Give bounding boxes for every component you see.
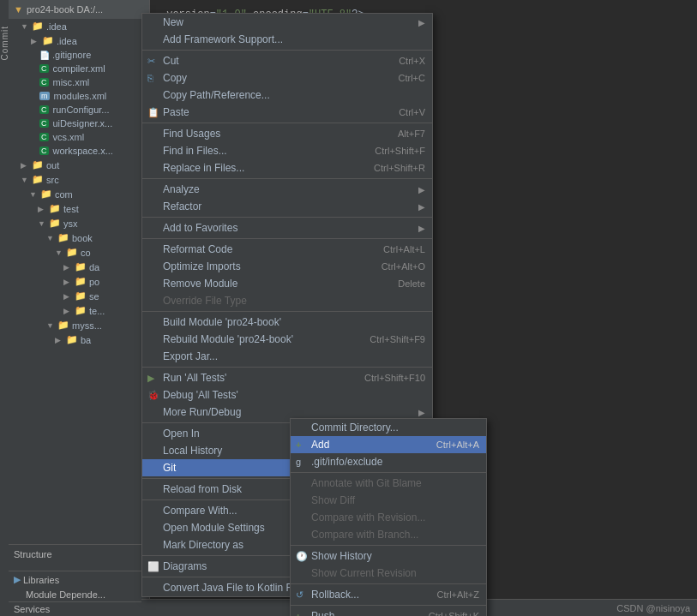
bottom-status-text: CSDN @nisinoya [616, 603, 690, 613]
menu-paste-shortcut: Ctrl+V [399, 107, 425, 117]
git-annotate[interactable]: Annotate with Git Blame [291, 475, 486, 492]
git-compare-revision-label: Compare with Revision... [311, 511, 425, 523]
menu-new[interactable]: New ▶ [142, 14, 432, 31]
git-exclude-label: .git/info/exclude [311, 456, 382, 468]
menu-open-in-label: Open In [163, 428, 200, 440]
module-deps-item[interactable]: Module Depende... [9, 588, 150, 601]
tree-item-runconfig[interactable]: C runConfigur... [9, 103, 149, 117]
menu-cut[interactable]: ✂ Cut Ctrl+X [142, 52, 432, 69]
folder-icon: ▼ [14, 4, 23, 15]
tree-item-out[interactable]: ▶ 📁 out [9, 158, 149, 172]
tree-item-src[interactable]: ▼ 📁 src [9, 172, 149, 187]
separator-3 [142, 178, 432, 179]
tree-item-book[interactable]: ▼ 📁 book [9, 230, 149, 245]
menu-optimize-imports[interactable]: Optimize Imports Ctrl+Alt+O [142, 258, 432, 275]
services-item[interactable]: Services [9, 601, 150, 616]
favorites-arrow: ▶ [418, 224, 425, 233]
tree-item-compiler[interactable]: C compiler.xml [9, 62, 149, 75]
menu-copy[interactable]: ⎘ Copy Ctrl+C [142, 69, 432, 87]
diagrams-icon: ⬜ [147, 561, 159, 572]
paste-icon: 📋 [147, 107, 159, 118]
more-run-arrow: ▶ [418, 408, 425, 417]
structure-panel[interactable]: Structure [9, 544, 150, 563]
git-push[interactable]: ↑ Push... Ctrl+Shift+K [291, 607, 486, 616]
menu-reload-label: Reload from Disk [163, 483, 242, 495]
git-sep-3 [291, 583, 486, 584]
tree-item-ysx[interactable]: ▼ 📁 ysx [9, 216, 149, 230]
tree-item-se[interactable]: ▶ 📁 se [9, 289, 149, 303]
tree-item-vcs[interactable]: C vcs.xml [9, 130, 149, 144]
menu-cut-shortcut: Ctrl+X [399, 56, 425, 66]
menu-override-type[interactable]: Override File Type [142, 292, 432, 309]
tree-item-idea[interactable]: ▼ 📁 .idea [9, 19, 149, 33]
tree-item-uidesigner[interactable]: C uiDesigner.x... [9, 117, 149, 130]
menu-run-tests[interactable]: ▶ Run 'All Tests' Ctrl+Shift+F10 [142, 369, 432, 386]
tree-item-com[interactable]: ▼ 📁 com [9, 187, 149, 201]
menu-paste[interactable]: 📋 Paste Ctrl+V [142, 104, 432, 121]
git-show-current-revision[interactable]: Show Current Revision [291, 565, 486, 582]
menu-replace-files-label: Replace in Files... [163, 162, 244, 174]
menu-refactor[interactable]: Refactor ▶ [142, 198, 432, 215]
tree-item-te[interactable]: ▶ 📁 te... [9, 303, 149, 318]
menu-override-label: Override File Type [163, 295, 247, 307]
menu-copy-label: Copy [163, 72, 187, 84]
tree-item-ba[interactable]: ▶ 📁 ba [9, 332, 149, 347]
cut-icon: ✂ [147, 56, 155, 67]
menu-new-label: New [163, 16, 183, 28]
git-compare-revision[interactable]: Compare with Revision... [291, 509, 486, 526]
menu-debug-tests[interactable]: 🐞 Debug 'All Tests' [142, 386, 432, 404]
menu-diagrams-label: Diagrams [163, 560, 207, 572]
git-annotate-label: Annotate with Git Blame [311, 477, 422, 489]
git-commit-dir-label: Commit Directory... [311, 422, 399, 434]
module-deps-label: Module Depende... [26, 589, 105, 600]
menu-git-label: Git [163, 462, 176, 474]
menu-remove-module[interactable]: Remove Module Delete [142, 275, 432, 292]
menu-copy-path[interactable]: Copy Path/Reference... [142, 87, 432, 104]
libraries-item[interactable]: ▶ Libraries [9, 571, 150, 588]
menu-analyze[interactable]: Analyze ▶ [142, 181, 432, 198]
tree-item-co[interactable]: ▼ 📁 co [9, 245, 149, 260]
menu-convert-label: Convert Java File to Kotlin File [163, 582, 303, 594]
git-compare-branch[interactable]: Compare with Branch... [291, 526, 486, 543]
git-commit-dir[interactable]: Commit Directory... [291, 419, 486, 436]
menu-rebuild-label: Rebuild Module 'pro24-book' [163, 333, 293, 345]
git-show-diff[interactable]: Show Diff [291, 492, 486, 509]
menu-analyze-label: Analyze [163, 183, 200, 195]
separator-4 [142, 217, 432, 218]
tree-item-workspace[interactable]: C workspace.x... [9, 144, 149, 158]
menu-replace-files-shortcut: Ctrl+Shift+R [374, 163, 425, 173]
git-add[interactable]: + Add Ctrl+Alt+A [291, 436, 486, 453]
menu-add-favorites-label: Add to Favorites [163, 222, 237, 234]
menu-paste-label: Paste [163, 106, 189, 118]
tree-item-misc[interactable]: C misc.xml [9, 75, 149, 89]
menu-export-label: Export Jar... [163, 350, 218, 362]
menu-find-usages[interactable]: Find Usages Alt+F7 [142, 125, 432, 142]
git-add-shortcut: Ctrl+Alt+A [436, 440, 479, 450]
menu-rebuild-module[interactable]: Rebuild Module 'pro24-book' Ctrl+Shift+F… [142, 331, 432, 348]
tree-item-gitignore[interactable]: 📄 .gitignore [9, 48, 149, 62]
menu-reformat[interactable]: Reformat Code Ctrl+Alt+L [142, 241, 432, 258]
menu-add-favorites[interactable]: Add to Favorites ▶ [142, 219, 432, 236]
git-show-history[interactable]: 🕐 Show History [291, 547, 486, 565]
tree-item-myss[interactable]: ▼ 📁 myss... [9, 318, 149, 332]
git-add-label: Add [311, 439, 329, 451]
git-rollback-shortcut: Ctrl+Alt+Z [436, 589, 479, 600]
menu-replace-files[interactable]: Replace in Files... Ctrl+Shift+R [142, 159, 432, 176]
tree-item-da[interactable]: ▶ 📁 da [9, 260, 149, 274]
separator-1 [142, 50, 432, 51]
tree-item-artifacts[interactable]: ▶ 📁 .idea [9, 33, 149, 48]
tree-item-test[interactable]: ▶ 📁 test [9, 201, 149, 216]
tree-item-modules[interactable]: m modules.xml [9, 89, 149, 103]
git-rollback[interactable]: ↺ Rollback... Ctrl+Alt+Z [291, 586, 486, 603]
menu-find-files[interactable]: Find in Files... Ctrl+Shift+F [142, 142, 432, 159]
menu-export-jar[interactable]: Export Jar... [142, 348, 432, 365]
libraries-label: Libraries [23, 575, 59, 585]
menu-build-module[interactable]: Build Module 'pro24-book' [142, 314, 432, 331]
push-icon: ↑ [296, 611, 301, 616]
commit-strip: Commit [0, 0, 9, 616]
git-exclude[interactable]: g .git/info/exclude [291, 453, 486, 470]
menu-add-framework[interactable]: Add Framework Support... [142, 31, 432, 48]
tree-item-po[interactable]: ▶ 📁 po [9, 274, 149, 289]
project-name: pro24-book DA:/... [27, 4, 103, 15]
commit-label: Commit [0, 26, 9, 60]
